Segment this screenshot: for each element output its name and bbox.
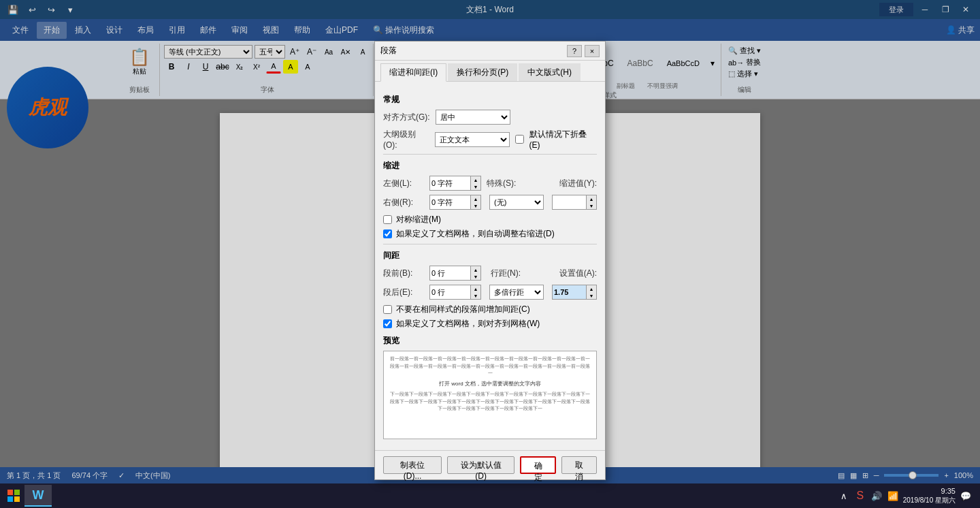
dialog-close-btn[interactable]: ×: [585, 45, 600, 57]
autoadjust-label: 如果定义了文档网格，则自动调整右缩进(D): [396, 228, 555, 240]
left-label: 左侧(L):: [383, 178, 424, 189]
before-down-btn[interactable]: ▼: [471, 273, 480, 280]
special-select[interactable]: (无): [489, 195, 544, 210]
grid-label: 如果定义了文档网格，则对齐到网格(W): [396, 318, 540, 330]
speaker-icon[interactable]: 🔊: [870, 490, 883, 502]
mirror-checkbox[interactable]: [383, 215, 392, 224]
right-up-btn[interactable]: ▲: [471, 195, 480, 202]
cancel-btn[interactable]: 取消: [561, 456, 597, 474]
right-label: 右侧(R):: [383, 197, 424, 208]
left-up-btn[interactable]: ▲: [471, 176, 480, 183]
before-spinner: ▲ ▼: [470, 266, 481, 281]
outline-label: 大纲级别(O):: [383, 129, 429, 150]
clock[interactable]: 9:35 2019/8/10 星期六: [903, 487, 956, 504]
divider1: [383, 154, 597, 155]
word-icon: W: [33, 488, 44, 503]
linespacing-select[interactable]: 多倍行距: [489, 285, 544, 300]
svg-rect-1: [14, 490, 20, 495]
nosame-row: 不要在相同样式的段落间增加间距(C): [383, 304, 597, 315]
after-up-btn[interactable]: ▲: [471, 285, 480, 292]
after-down-btn[interactable]: ▼: [471, 292, 480, 299]
alignment-label: 对齐方式(G):: [383, 112, 430, 123]
collapsed-checkbox[interactable]: [515, 135, 524, 144]
indentby-up-btn[interactable]: ▲: [587, 195, 596, 202]
ime-icon[interactable]: S: [854, 490, 866, 502]
indent-section-label: 缩进: [383, 160, 597, 172]
nosame-label: 不要在相同样式的段落间增加间距(C): [396, 304, 530, 315]
dialog-tabs: 缩进和间距(I) 换行和分页(P) 中文版式(H): [375, 61, 605, 82]
before-up-btn[interactable]: ▲: [471, 266, 480, 273]
divider2: [383, 244, 597, 244]
indentby-input[interactable]: [552, 195, 586, 210]
windows-icon: [7, 490, 20, 502]
spacing-row1: 段前(B): ▲ ▼ 行距(N): 设置值(A):: [383, 266, 597, 281]
at-input[interactable]: [552, 285, 586, 300]
preview-section-label: 预览: [383, 335, 597, 347]
after-spinner: ▲ ▼: [470, 285, 481, 300]
left-down-btn[interactable]: ▼: [471, 183, 480, 190]
after-input[interactable]: [429, 285, 470, 300]
outline-row: 大纲级别(O): 正文文本 默认情况下折叠(E): [383, 129, 597, 150]
spacing-section-label: 间距: [383, 250, 597, 261]
grid-checkbox[interactable]: [383, 319, 392, 328]
right-spinner: ▲ ▼: [470, 195, 481, 210]
dialog-title: 段落: [380, 45, 397, 57]
svg-rect-3: [14, 496, 20, 502]
indentby-spinner: ▲ ▼: [586, 195, 597, 210]
special-label: 特殊(S):: [487, 178, 521, 189]
tab-indent-spacing[interactable]: 缩进和间距(I): [380, 63, 446, 82]
date: 2019/8/10 星期六: [903, 496, 956, 505]
taskbar: W ∧ S 🔊 📶 9:35 2019/8/10 星期六 💬: [0, 483, 980, 508]
indent-row2: 右侧(R): ▲ ▼ (无) ▲ ▼: [383, 195, 597, 210]
indentby-down-btn[interactable]: ▼: [587, 202, 596, 209]
at-spinner: ▲ ▼: [586, 285, 597, 300]
alignment-row: 对齐方式(G): 居中: [383, 110, 597, 125]
time: 9:35: [903, 487, 956, 496]
autoadjust-row: 如果定义了文档网格，则自动调整右缩进(D): [383, 228, 597, 240]
grid-row: 如果定义了文档网格，则对齐到网格(W): [383, 318, 597, 330]
nosame-checkbox[interactable]: [383, 305, 392, 314]
before-input[interactable]: [429, 266, 470, 281]
left-spinner: ▲ ▼: [470, 176, 481, 191]
preview-area: 前一段落一前一段落一前一段落一前一段落一前一段落一前一段落一前一段落一前一段落一…: [383, 351, 597, 439]
dialog-overlay: 段落 ? × 缩进和间距(I) 换行和分页(P) 中文版式(H) 常规 对齐方式…: [0, 0, 980, 483]
outline-select[interactable]: 正文文本: [435, 132, 509, 147]
at-label: 设置值(A):: [559, 268, 597, 279]
dialog-footer: 制表位(D)... 设为默认值(D) 确定 取消: [375, 450, 605, 479]
paragraph-dialog: 段落 ? × 缩进和间距(I) 换行和分页(P) 中文版式(H) 常规 对齐方式…: [374, 41, 606, 480]
left-spin: ▲ ▼: [429, 176, 481, 191]
start-btn[interactable]: [3, 485, 24, 507]
general-section-label: 常规: [383, 94, 597, 106]
preview-main: 打开 word 文档，选中需要调整的文字内容: [388, 380, 592, 389]
word-taskbar-btn[interactable]: W: [24, 485, 52, 507]
preview-next: 下一段落下一段落下一段落下一段落下一段落下一段落下一段落下一段落下一段落下一段落…: [388, 391, 592, 413]
right-input[interactable]: [429, 195, 470, 210]
ok-btn[interactable]: 确定: [520, 456, 557, 474]
autoadjust-checkbox[interactable]: [383, 229, 392, 238]
network-icon[interactable]: 📶: [887, 490, 899, 502]
svg-rect-0: [7, 490, 13, 495]
left-input[interactable]: [429, 176, 470, 191]
before-spin: ▲ ▼: [429, 266, 481, 281]
right-down-btn[interactable]: ▼: [471, 202, 480, 209]
after-spin: ▲ ▼: [429, 285, 481, 300]
mirror-row: 对称缩进(M): [383, 214, 597, 225]
dialog-body: 常规 对齐方式(G): 居中 大纲级别(O): 正文文本 默认情况下折叠(E) …: [375, 82, 605, 450]
notification-icon[interactable]: 💬: [960, 490, 972, 502]
collapsed-label: 默认情况下折叠(E): [529, 129, 597, 150]
default-btn[interactable]: 设为默认值(D): [447, 456, 514, 474]
tab-chinese[interactable]: 中文版式(H): [519, 63, 581, 81]
indentby-spin: ▲ ▼: [552, 195, 597, 210]
tray-expand-icon[interactable]: ∧: [838, 490, 850, 502]
indent-row: 左侧(L): ▲ ▼ 特殊(S): 缩进值(Y):: [383, 176, 597, 191]
svg-rect-2: [7, 496, 13, 502]
spacing-row2: 段后(E): ▲ ▼ 多倍行距 ▲ ▼: [383, 285, 597, 300]
linespacing-label: 行距(N):: [491, 268, 525, 279]
at-up-btn[interactable]: ▲: [587, 285, 596, 292]
at-down-btn[interactable]: ▼: [587, 292, 596, 299]
dialog-help-btn[interactable]: ?: [567, 45, 582, 57]
alignment-select[interactable]: 居中: [436, 110, 510, 125]
tab-linebreak[interactable]: 换行和分页(P): [448, 63, 517, 81]
indentby-label: 缩进值(Y):: [559, 178, 597, 189]
tabstops-btn[interactable]: 制表位(D)...: [383, 456, 442, 474]
